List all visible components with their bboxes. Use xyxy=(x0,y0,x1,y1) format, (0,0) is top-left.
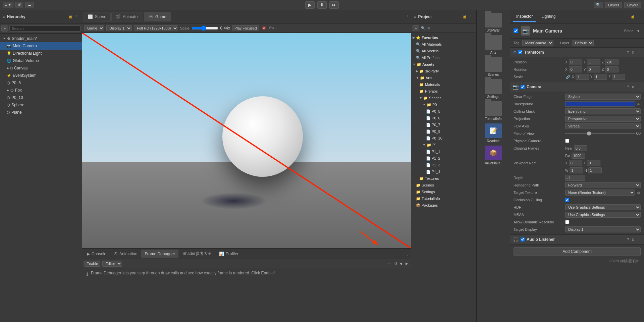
resolution-select[interactable]: Full HD (1920x1080) xyxy=(134,25,178,31)
step-button[interactable]: ⏭ xyxy=(329,1,339,9)
depth-input[interactable] xyxy=(565,175,585,181)
stats-btn[interactable]: Sta... xyxy=(269,26,278,30)
msaa-select[interactable]: Use Graphics Settings xyxy=(565,212,641,218)
scale-z-input[interactable] xyxy=(612,74,625,80)
pt-textures[interactable]: 📁 Textures xyxy=(411,175,476,182)
camera-header[interactable]: 📷 Camera ? ⚙ ⋮ xyxy=(510,82,644,92)
near-clip-input[interactable] xyxy=(574,145,587,151)
camera-settings-btn[interactable]: ⚙ xyxy=(631,85,635,89)
tab-shader-ref[interactable]: Shader参考大全 xyxy=(179,250,215,258)
transform-active-checkbox[interactable] xyxy=(518,50,522,54)
inspector-tab[interactable]: Inspector xyxy=(513,12,536,22)
file-icon-tutorialinfo[interactable]: TutorialInfo xyxy=(482,101,505,121)
hierarchy-item-p0-10[interactable]: ⬡ P0_10 xyxy=(0,94,82,101)
project-search-btn[interactable]: 🔍 xyxy=(420,26,426,30)
position-x-input[interactable] xyxy=(569,59,582,65)
audio-more-btn[interactable]: ⋮ xyxy=(637,238,641,241)
hierarchy-item-eventsystem[interactable]: ⚡ EventSystem xyxy=(0,72,82,79)
transform-settings-btn[interactable]: ⚙ xyxy=(631,51,635,54)
transform-help-btn[interactable]: ? xyxy=(626,51,630,54)
tag-select[interactable]: MainCamera xyxy=(522,40,553,46)
file-icon-3rdparty[interactable]: 3rdParty xyxy=(482,13,505,32)
project-list-btn[interactable]: ☰ xyxy=(432,26,436,30)
camera-more-btn[interactable]: ⋮ xyxy=(637,85,641,89)
background-color-swatch[interactable] xyxy=(565,101,635,107)
rotation-z-input[interactable] xyxy=(605,66,619,72)
pt-p0-10[interactable]: 📄 P0_10 xyxy=(411,135,476,142)
rendering-path-select[interactable]: Forward xyxy=(565,182,641,188)
hierarchy-item-global-volume[interactable]: 🌐 Global Volume xyxy=(0,57,82,64)
hierarchy-item-canvas[interactable]: ▶ □ Canvas xyxy=(0,64,82,72)
viewport-w-input[interactable] xyxy=(570,167,583,173)
pt-favorites[interactable]: ▶ ⭐ Favorites xyxy=(411,34,476,41)
fov-axis-select[interactable]: Vertical xyxy=(565,123,641,129)
enable-btn[interactable]: Enable xyxy=(84,261,100,267)
audio-listener-header[interactable]: 🎧 Audio Listener ? ⚙ ⋮ xyxy=(510,235,644,244)
file-icon-universal[interactable]: 📦 UniversalR... xyxy=(482,146,505,165)
hierarchy-item-main-camera[interactable]: 📷 Main Camera xyxy=(0,42,82,50)
search-btn[interactable]: 🔍 xyxy=(594,2,603,8)
inspector-more-btn[interactable]: ⋮ xyxy=(637,15,641,18)
pt-all-prefabs[interactable]: 🔍 All Prefabs xyxy=(411,54,476,61)
pt-shader[interactable]: ▼ 📁 Shader xyxy=(411,95,476,101)
hierarchy-add-btn[interactable]: + xyxy=(1,25,8,32)
pt-materials[interactable]: 📁 Materials xyxy=(411,81,476,88)
pt-p1-4[interactable]: 📄 P1_4 xyxy=(411,168,476,175)
pt-p1-1[interactable]: 📄 P1_1 xyxy=(411,148,476,155)
pause-button[interactable]: ⏸ xyxy=(317,1,327,9)
display-number-select[interactable]: Display 1 xyxy=(106,25,132,31)
pt-all-models[interactable]: 🔍 All Models xyxy=(411,48,476,54)
physical-camera-checkbox[interactable] xyxy=(565,139,569,143)
pt-scenes[interactable]: 📁 Scenes xyxy=(411,182,476,189)
scale-x-input[interactable] xyxy=(576,74,589,80)
viewport-x-input[interactable] xyxy=(569,160,582,166)
hierarchy-more-btn[interactable]: ⋮ xyxy=(74,15,79,18)
pt-p1-2[interactable]: 📄 P1_2 xyxy=(411,155,476,162)
game-panel-more-btn[interactable]: ⋮ xyxy=(405,15,410,18)
occlusion-culling-checkbox[interactable] xyxy=(565,198,569,202)
target-texture-select[interactable]: None (Render Texture) xyxy=(565,190,635,196)
audio-help-btn[interactable]: ? xyxy=(626,238,630,241)
hamburger-menu-btn[interactable]: ≡ ✦ xyxy=(3,2,13,8)
viewport-h-input[interactable] xyxy=(588,167,602,173)
project-lock-btn[interactable]: 🔓 xyxy=(462,15,467,18)
editor-select[interactable]: Editor xyxy=(102,261,122,267)
position-z-input[interactable] xyxy=(605,59,619,65)
file-icon-settings[interactable]: Settings xyxy=(482,79,505,99)
pt-p0-9[interactable]: 📄 P0_9 xyxy=(411,128,476,135)
hdr-select[interactable]: Use Graphics Settings xyxy=(565,204,641,210)
static-dropdown-btn[interactable]: ▼ xyxy=(636,29,641,33)
pt-assets[interactable]: ▼ 📁 Assets xyxy=(411,61,476,68)
hierarchy-item-directional-light[interactable]: 💡 Directional Light xyxy=(0,50,82,57)
pt-3rdparty[interactable]: ▶ 📁 3rdParty xyxy=(411,68,476,74)
transform-more-btn[interactable]: ⋮ xyxy=(637,51,641,54)
hierarchy-item-shader-main[interactable]: ▼ ⚙ Shader_main* xyxy=(0,35,82,42)
undo-btn[interactable]: ↺ xyxy=(15,2,23,8)
color-picker-btn[interactable]: ✏ xyxy=(637,102,641,106)
transform-header[interactable]: ⟲ Transform ? ⚙ ⋮ xyxy=(510,48,644,57)
pt-p1-3[interactable]: 📄 P1_3 xyxy=(411,162,476,168)
mute-btn[interactable]: 🔇 xyxy=(261,26,267,30)
camera-help-btn[interactable]: ? xyxy=(626,85,630,89)
rotation-y-input[interactable] xyxy=(587,66,600,72)
tab-frame-debugger[interactable]: Frame Debugger xyxy=(141,250,178,258)
hierarchy-item-p0-6[interactable]: ⬡ P0_6 xyxy=(0,79,82,87)
tab-scene[interactable]: ⬜ Scene xyxy=(84,12,111,21)
pt-settings[interactable]: 📁 Settings xyxy=(411,189,476,195)
project-grid-btn[interactable]: ⊞ xyxy=(427,26,431,30)
pt-p0-5[interactable]: 📄 P0_5 xyxy=(411,108,476,115)
lighting-tab[interactable]: Lighting xyxy=(538,12,559,22)
camera-active-checkbox[interactable] xyxy=(521,85,525,89)
target-texture-pick-btn[interactable]: ◎ xyxy=(636,191,641,195)
rotation-x-input[interactable] xyxy=(569,66,582,72)
pt-p0-6[interactable]: 📄 P0_6 xyxy=(411,115,476,121)
project-more-btn[interactable]: ⋮ xyxy=(469,15,473,18)
inspector-lock-btn[interactable]: 🔓 xyxy=(630,15,635,18)
pt-prefabs[interactable]: 📁 Prefabs xyxy=(411,88,476,95)
object-active-checkbox[interactable] xyxy=(514,29,518,33)
culling-mask-select[interactable]: Everything xyxy=(565,108,641,114)
pt-p1[interactable]: ▼ 📁 P1 xyxy=(411,142,476,148)
tab-game[interactable]: 🎮 Game xyxy=(144,12,171,21)
hierarchy-lock-btn[interactable]: 🔓 xyxy=(68,15,73,18)
audio-settings-btn[interactable]: ⚙ xyxy=(631,238,635,241)
